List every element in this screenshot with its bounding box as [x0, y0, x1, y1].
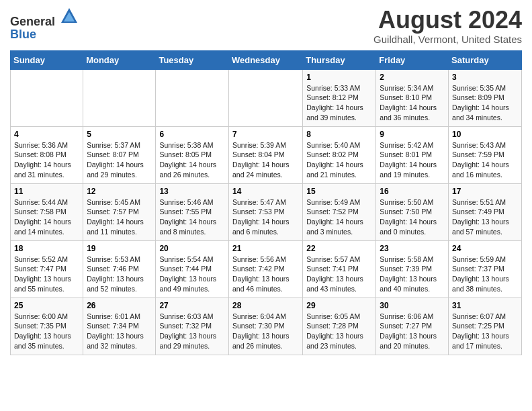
day-info: Sunrise: 5:37 AM Sunset: 8:07 PM Dayligh… — [87, 140, 152, 180]
day-cell: 25Sunrise: 6:00 AM Sunset: 7:35 PM Dayli… — [11, 298, 83, 355]
day-number: 31 — [452, 301, 518, 310]
day-info: Sunrise: 5:58 AM Sunset: 7:39 PM Dayligh… — [380, 255, 445, 294]
day-cell: 24Sunrise: 5:59 AM Sunset: 7:37 PM Dayli… — [449, 240, 522, 298]
day-info: Sunrise: 6:06 AM Sunset: 7:27 PM Dayligh… — [380, 312, 445, 351]
day-info: Sunrise: 5:50 AM Sunset: 7:50 PM Dayligh… — [380, 197, 445, 237]
col-header-saturday: Saturday — [449, 50, 522, 69]
day-cell — [228, 69, 302, 126]
day-info: Sunrise: 5:38 AM Sunset: 8:05 PM Dayligh… — [159, 140, 225, 180]
day-info: Sunrise: 5:52 AM Sunset: 7:47 PM Dayligh… — [14, 255, 79, 294]
day-info: Sunrise: 5:44 AM Sunset: 7:58 PM Dayligh… — [14, 197, 79, 237]
day-number: 24 — [452, 244, 518, 253]
day-info: Sunrise: 5:46 AM Sunset: 7:55 PM Dayligh… — [159, 197, 225, 237]
day-number: 26 — [87, 301, 152, 310]
day-info: Sunrise: 6:03 AM Sunset: 7:32 PM Dayligh… — [159, 312, 225, 351]
day-cell: 20Sunrise: 5:54 AM Sunset: 7:44 PM Dayli… — [156, 240, 229, 298]
day-number: 27 — [159, 301, 225, 310]
day-number: 15 — [306, 187, 372, 196]
header: General Blue August 2024 Guildhall, Verm… — [10, 7, 522, 45]
day-info: Sunrise: 5:47 AM Sunset: 7:53 PM Dayligh… — [232, 197, 299, 237]
day-cell: 8Sunrise: 5:40 AM Sunset: 8:02 PM Daylig… — [303, 126, 376, 183]
day-cell: 29Sunrise: 6:05 AM Sunset: 7:28 PM Dayli… — [303, 298, 376, 355]
day-cell: 4Sunrise: 5:36 AM Sunset: 8:08 PM Daylig… — [11, 126, 83, 183]
day-info: Sunrise: 5:49 AM Sunset: 7:52 PM Dayligh… — [306, 197, 372, 237]
day-cell: 26Sunrise: 6:01 AM Sunset: 7:34 PM Dayli… — [83, 298, 156, 355]
day-number: 4 — [14, 130, 79, 139]
day-info: Sunrise: 6:05 AM Sunset: 7:28 PM Dayligh… — [306, 312, 372, 351]
day-number: 16 — [380, 187, 445, 196]
day-cell: 18Sunrise: 5:52 AM Sunset: 7:47 PM Dayli… — [11, 240, 83, 298]
col-header-thursday: Thursday — [303, 50, 376, 69]
day-cell: 31Sunrise: 6:07 AM Sunset: 7:25 PM Dayli… — [449, 298, 522, 355]
day-cell: 22Sunrise: 5:57 AM Sunset: 7:41 PM Dayli… — [303, 240, 376, 298]
day-cell: 1Sunrise: 5:33 AM Sunset: 8:12 PM Daylig… — [303, 69, 376, 126]
logo-icon — [60, 7, 79, 26]
location-title: Guildhall, Vermont, United States — [373, 34, 522, 45]
month-title: August 2024 — [373, 7, 522, 34]
day-info: Sunrise: 5:56 AM Sunset: 7:42 PM Dayligh… — [232, 255, 299, 294]
day-cell: 9Sunrise: 5:42 AM Sunset: 8:01 PM Daylig… — [376, 126, 449, 183]
col-header-tuesday: Tuesday — [156, 50, 229, 69]
day-cell: 3Sunrise: 5:35 AM Sunset: 8:09 PM Daylig… — [449, 69, 522, 126]
day-cell — [83, 69, 156, 126]
day-cell: 5Sunrise: 5:37 AM Sunset: 8:07 PM Daylig… — [83, 126, 156, 183]
day-number: 2 — [380, 73, 445, 82]
day-cell: 14Sunrise: 5:47 AM Sunset: 7:53 PM Dayli… — [228, 183, 302, 240]
day-number: 29 — [306, 301, 372, 310]
day-cell: 19Sunrise: 5:53 AM Sunset: 7:46 PM Dayli… — [83, 240, 156, 298]
day-number: 9 — [380, 130, 445, 139]
logo-general: General — [10, 15, 55, 28]
day-info: Sunrise: 6:00 AM Sunset: 7:35 PM Dayligh… — [14, 312, 79, 351]
day-number: 8 — [306, 130, 372, 139]
day-info: Sunrise: 6:04 AM Sunset: 7:30 PM Dayligh… — [232, 312, 299, 351]
day-cell: 12Sunrise: 5:45 AM Sunset: 7:57 PM Dayli… — [83, 183, 156, 240]
day-number: 11 — [14, 187, 79, 196]
day-cell: 13Sunrise: 5:46 AM Sunset: 7:55 PM Dayli… — [156, 183, 229, 240]
day-cell: 7Sunrise: 5:39 AM Sunset: 8:04 PM Daylig… — [228, 126, 302, 183]
day-cell: 16Sunrise: 5:50 AM Sunset: 7:50 PM Dayli… — [376, 183, 449, 240]
day-number: 6 — [159, 130, 225, 139]
day-cell — [156, 69, 229, 126]
day-number: 13 — [159, 187, 225, 196]
week-row-5: 25Sunrise: 6:00 AM Sunset: 7:35 PM Dayli… — [11, 298, 522, 355]
day-number: 22 — [306, 244, 372, 253]
day-info: Sunrise: 5:39 AM Sunset: 8:04 PM Dayligh… — [232, 140, 299, 180]
col-header-monday: Monday — [83, 50, 156, 69]
day-cell: 28Sunrise: 6:04 AM Sunset: 7:30 PM Dayli… — [228, 298, 302, 355]
day-cell: 10Sunrise: 5:43 AM Sunset: 7:59 PM Dayli… — [449, 126, 522, 183]
day-cell: 15Sunrise: 5:49 AM Sunset: 7:52 PM Dayli… — [303, 183, 376, 240]
col-header-wednesday: Wednesday — [228, 50, 302, 69]
day-info: Sunrise: 5:33 AM Sunset: 8:12 PM Dayligh… — [306, 83, 372, 123]
day-cell: 11Sunrise: 5:44 AM Sunset: 7:58 PM Dayli… — [11, 183, 83, 240]
day-number: 5 — [87, 130, 152, 139]
day-number: 14 — [232, 187, 299, 196]
day-cell: 21Sunrise: 5:56 AM Sunset: 7:42 PM Dayli… — [228, 240, 302, 298]
day-cell: 30Sunrise: 6:06 AM Sunset: 7:27 PM Dayli… — [376, 298, 449, 355]
day-info: Sunrise: 5:34 AM Sunset: 8:10 PM Dayligh… — [380, 83, 445, 123]
day-info: Sunrise: 5:54 AM Sunset: 7:44 PM Dayligh… — [159, 255, 225, 294]
day-info: Sunrise: 5:57 AM Sunset: 7:41 PM Dayligh… — [306, 255, 372, 294]
day-info: Sunrise: 5:59 AM Sunset: 7:37 PM Dayligh… — [452, 255, 518, 294]
day-info: Sunrise: 5:40 AM Sunset: 8:02 PM Dayligh… — [306, 140, 372, 180]
week-row-1: 1Sunrise: 5:33 AM Sunset: 8:12 PM Daylig… — [11, 69, 522, 126]
day-number: 25 — [14, 301, 79, 310]
week-row-2: 4Sunrise: 5:36 AM Sunset: 8:08 PM Daylig… — [11, 126, 522, 183]
day-info: Sunrise: 5:51 AM Sunset: 7:49 PM Dayligh… — [452, 197, 518, 237]
calendar-table: SundayMondayTuesdayWednesdayThursdayFrid… — [10, 50, 522, 355]
day-info: Sunrise: 5:53 AM Sunset: 7:46 PM Dayligh… — [87, 255, 152, 294]
day-cell: 17Sunrise: 5:51 AM Sunset: 7:49 PM Dayli… — [449, 183, 522, 240]
logo: General Blue — [10, 7, 79, 41]
day-info: Sunrise: 5:45 AM Sunset: 7:57 PM Dayligh… — [87, 197, 152, 237]
col-header-sunday: Sunday — [11, 50, 83, 69]
col-header-friday: Friday — [376, 50, 449, 69]
day-info: Sunrise: 6:01 AM Sunset: 7:34 PM Dayligh… — [87, 312, 152, 351]
header-row: SundayMondayTuesdayWednesdayThursdayFrid… — [11, 50, 522, 69]
title-area: August 2024 Guildhall, Vermont, United S… — [373, 7, 522, 45]
day-number: 18 — [14, 244, 79, 253]
day-number: 7 — [232, 130, 299, 139]
logo-blue: Blue — [10, 28, 36, 41]
day-number: 1 — [306, 73, 372, 82]
day-number: 17 — [452, 187, 518, 196]
day-cell: 23Sunrise: 5:58 AM Sunset: 7:39 PM Dayli… — [376, 240, 449, 298]
day-cell: 6Sunrise: 5:38 AM Sunset: 8:05 PM Daylig… — [156, 126, 229, 183]
